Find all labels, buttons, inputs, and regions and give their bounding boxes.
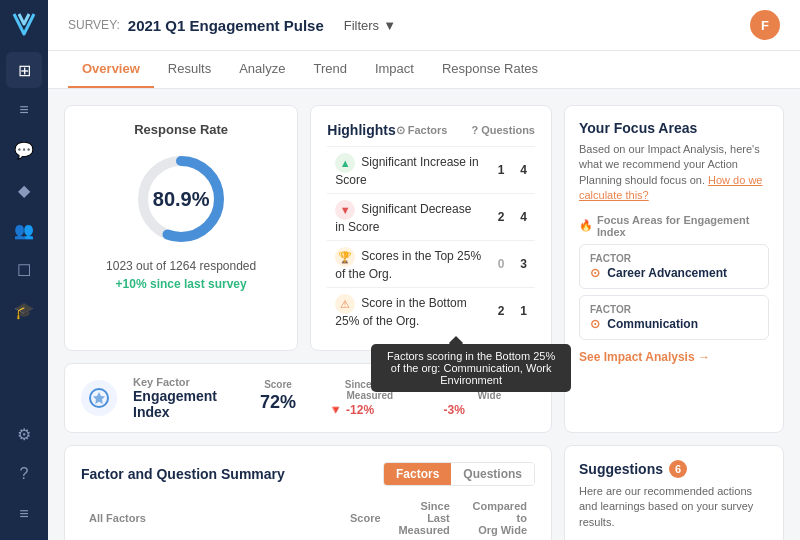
factor-icon-2: ⊙ [590,317,600,331]
response-sub: 1023 out of 1264 responded [81,259,281,273]
hl-factors-1: 1 [490,147,513,194]
hl-factors-4: 2 [490,288,513,335]
nav-tabs: Overview Results Analyze Trend Impact Re… [48,51,800,89]
toggle-questions[interactable]: Questions [451,463,534,485]
response-rate-card: Response Rate 80.9% 1023 out of 1264 res… [64,105,298,351]
focus-title: Your Focus Areas [579,120,769,136]
sidebar-item-menu[interactable]: ≡ [6,496,42,532]
focus-item-1: Factor ⊙ Career Advancement [579,244,769,289]
user-avatar[interactable]: F [750,10,780,40]
hl-label-1: Significant Increase in Score [335,155,478,187]
tab-overview[interactable]: Overview [68,51,154,88]
key-factor-info: Key Factor Engagement Index [133,376,244,420]
factor-name-2: ⊙ Communication [590,317,758,331]
col-score: Score [342,496,389,540]
donut-value: 80.9% [153,188,210,211]
col-compared: Compared toOrg Wide [458,496,535,540]
compared-value: -3% [444,403,535,417]
suggestions-desc: Here are our recommended actions and lea… [579,484,769,530]
highlight-row-2: ▼Significant Decrease in Score 2 4 [327,194,535,241]
hl-questions-2: 4 [512,194,535,241]
focus-areas-card: Your Focus Areas Based on our Impact Ana… [564,105,784,433]
header-left: SURVEY: 2021 Q1 Engagement Pulse Filters… [68,17,396,34]
hl-label-4: Score in the Bottom 25% of the Org. [335,296,466,328]
tooltip-bottom25: Factors scoring in the Bottom 25% of the… [371,344,571,392]
tab-analyze[interactable]: Analyze [225,51,299,88]
metric-score: Score 72% [260,379,296,417]
sidebar-item-dashboard[interactable]: ⊞ [6,52,42,88]
app-logo[interactable] [8,8,40,40]
sidebar-item-graduation[interactable]: 🎓 [6,292,42,328]
sidebar: ⊞ ≡ 💬 ◆ 👥 ☐ 🎓 ⚙ ? ≡ [0,0,48,540]
sidebar-item-messages[interactable]: 💬 [6,132,42,168]
tab-trend[interactable]: Trend [299,51,360,88]
tab-impact[interactable]: Impact [361,51,428,88]
hl-questions-4: 1 [512,288,535,335]
factor-name-1: ⊙ Career Advancement [590,266,758,280]
score-value: 72% [260,392,296,413]
sidebar-item-list[interactable]: ≡ [6,92,42,128]
key-factor-title: Engagement Index [133,388,244,420]
highlight-row-1: ▲Significant Increase in Score 1 4 [327,147,535,194]
hl-questions-3: 3 [512,241,535,288]
col-bar [202,496,342,540]
toggle-factors[interactable]: Factors [384,463,451,485]
since-value: 🔻 -12% [328,403,412,417]
sidebar-item-box[interactable]: ☐ [6,252,42,288]
donut-chart: 80.9% [131,149,231,249]
factor-table: All Factors Score Since LastMeasured Com… [81,496,535,540]
factor-summary-card: Factor and Question Summary Factors Ques… [64,445,552,540]
hl-label-2: Significant Decrease in Score [335,202,471,234]
col-questions-header: ? Questions [471,124,535,137]
col-factors-header: ⊙ Factors [396,124,448,137]
content-grid: Response Rate 80.9% 1023 out of 1264 res… [48,89,800,540]
col-since: Since LastMeasured [389,496,458,540]
decrease-icon: ▼ [335,200,355,220]
highlight-row-4: ⚠Score in the Bottom 25% of the Org. 2 1 [327,288,535,335]
highlights-card: Highlights ⊙ Factors ? Questions ▲Signif… [310,105,552,351]
fire-icon: 🔥 [579,219,593,232]
highlight-row-3: 🏆Scores in the Top 25% of the Org. 0 3 [327,241,535,288]
filters-button[interactable]: Filters ▼ [344,18,396,33]
hl-factors-2: 2 [490,194,513,241]
hl-questions-1: 4 [512,147,535,194]
filters-label: Filters [344,18,379,33]
header: SURVEY: 2021 Q1 Engagement Pulse Filters… [48,0,800,51]
down-arrow-since: 🔻 [328,403,343,417]
sidebar-item-settings[interactable]: ⚙ [6,416,42,452]
highlights-title: Highlights [327,122,395,138]
score-label: Score [260,379,296,390]
increase-icon: ▲ [335,153,355,173]
warn-icon: ⚠ [335,294,355,314]
tab-response-rates[interactable]: Response Rates [428,51,552,88]
response-change: +10% since last survey [81,277,281,291]
see-impact-link[interactable]: See Impact Analysis → [579,350,769,364]
factor-summary-title: Factor and Question Summary [81,466,285,482]
suggestions-count: 6 [669,460,687,478]
main-content: SURVEY: 2021 Q1 Engagement Pulse Filters… [48,0,800,540]
sidebar-item-diamond[interactable]: ◆ [6,172,42,208]
sidebar-item-help[interactable]: ? [6,456,42,492]
factor-table-header: All Factors Score Since LastMeasured Com… [81,496,535,540]
factors-icon: ⊙ [396,124,405,137]
factor-label-1: Factor [590,253,758,264]
hl-label-3: Scores in the Top 25% of the Org. [335,249,481,281]
focus-item-2: Factor ⊙ Communication [579,295,769,340]
tab-results[interactable]: Results [154,51,225,88]
suggestions-card: Suggestions 6 Here are our recommended a… [564,445,784,540]
survey-name: 2021 Q1 Engagement Pulse [128,17,324,34]
hl-factors-3: 0 [490,241,513,288]
factor-questions-toggle: Factors Questions [383,462,535,486]
factor-label-2: Factor [590,304,758,315]
key-factor-icon [81,380,117,416]
suggestions-title: Suggestions [579,461,663,477]
focus-section-label: 🔥 Focus Areas for Engagement Index [579,214,769,238]
suggestions-header: Suggestions 6 [579,460,769,478]
focus-desc: Based on our Impact Analysis, here's wha… [579,142,769,204]
key-factor-subtitle: Key Factor [133,376,244,388]
trophy-icon: 🏆 [335,247,355,267]
survey-label: SURVEY: [68,18,120,32]
sidebar-item-people[interactable]: 👥 [6,212,42,248]
factor-summary-header: Factor and Question Summary Factors Ques… [81,462,535,486]
response-rate-title: Response Rate [81,122,281,137]
